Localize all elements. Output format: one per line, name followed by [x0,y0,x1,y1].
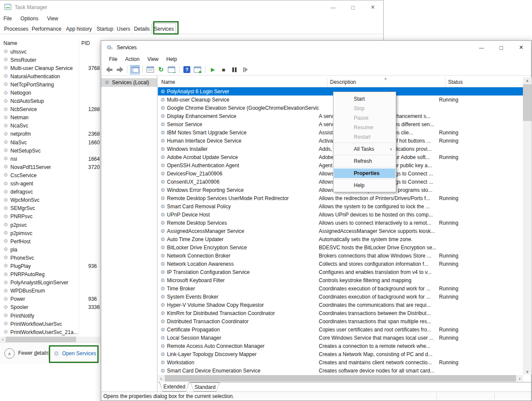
service-row[interactable]: Network Connection BrokerBrokers connect… [158,251,523,260]
service-status: Running [436,327,458,333]
scrollbar-thumb[interactable] [165,375,516,382]
tab-app-history[interactable]: App history [63,23,95,34]
scrollbar-thumb[interactable] [523,84,532,121]
tree-item-label: Services (Local) [112,80,149,86]
service-status: Running [436,294,458,300]
maximize-icon[interactable] [491,41,511,54]
show-console-tree-button[interactable] [130,65,140,74]
menu-item-start[interactable]: Start [333,94,396,104]
restart-service-button[interactable] [240,65,250,74]
service-row[interactable]: Smart Card Removal PolicyAllows the syst… [158,202,523,210]
fewer-details-chevron-button[interactable] [4,348,15,359]
service-row[interactable]: Hyper-V Volume Shadow Copy RequestorCoor… [158,301,523,309]
service-description: Coordinates execution of background work… [319,294,436,300]
column-header-status[interactable]: Status [448,79,463,85]
tab-processes[interactable]: Processes [3,23,30,34]
service-name: Display Enhancement Service [167,113,319,119]
service-name: CscService [10,172,78,178]
service-row[interactable]: AssignedAccessManager ServiceAssignedAcc… [158,227,523,235]
menu-help[interactable]: Help [163,54,181,64]
refresh-button[interactable] [156,65,166,74]
tab-details[interactable]: Details [132,23,152,34]
minimize-icon[interactable] [323,0,343,14]
service-description: Collects and stores configuration inform… [319,261,436,267]
service-row[interactable]: Time BrokerCoordinates execution of back… [158,284,523,293]
service-name: p2psvc [10,222,78,228]
service-row[interactable]: BitLocker Drive Encryption ServiceBDESVC… [158,243,523,251]
pause-service-button[interactable] [230,65,239,74]
refresh-icon [158,66,164,73]
menu-options[interactable]: Options [16,14,42,23]
task-manager-titlebar[interactable]: Task Manager [0,0,383,14]
back-button[interactable] [104,65,114,74]
scroll-right-icon[interactable] [516,375,523,382]
column-header-description[interactable]: Description [330,79,356,85]
tree-item-services-local[interactable]: Services (Local) [101,78,157,87]
scroll-left-icon[interactable] [0,337,6,342]
service-row[interactable]: UPnP Device HostAllows UPnP devices to b… [158,210,523,219]
scroll-left-icon[interactable] [158,375,164,382]
toolbar-divider [179,66,179,73]
service-row[interactable]: Smart Card Device Enumeration ServiceCre… [158,366,523,375]
show-action-pane-button[interactable] [193,65,202,74]
start-service-button[interactable] [208,65,218,74]
service-row[interactable]: KtmRm for Distributed Transaction Coordi… [158,309,523,317]
properties-button[interactable] [145,65,155,74]
services-vertical-scrollbar[interactable] [523,77,532,375]
close-icon[interactable] [511,41,531,54]
service-row[interactable]: Link-Layer Topology Discovery MapperCrea… [158,350,523,358]
service-row[interactable]: Remote Desktop Services UserMode Port Re… [158,194,523,202]
menu-item-refresh[interactable]: Refresh [333,156,396,166]
menu-item-stop[interactable]: Stop [333,104,396,113]
gear-icon [160,368,167,374]
service-row[interactable]: WorkstationCreates and maintains client … [158,358,523,366]
menu-item-restart[interactable]: Restart [333,132,396,142]
services-titlebar[interactable]: Services [101,41,531,54]
service-status: Running [436,97,458,103]
status-bar-divider [436,393,437,400]
menu-view[interactable]: View [43,14,63,23]
service-row[interactable]: Local Session ManagerCore Windows Servic… [158,334,523,342]
service-name: Remote Desktop Services [167,220,319,226]
menu-file[interactable]: File [3,14,16,23]
menu-item-properties[interactable]: Properties [334,169,395,178]
tab-startup[interactable]: Startup [95,23,115,34]
menu-item-help[interactable]: Help [333,181,396,190]
forward-button[interactable] [115,65,125,74]
fewer-details-button[interactable]: Fewer details [18,350,49,356]
menu-view[interactable]: View [144,54,163,64]
help-button[interactable] [182,65,192,74]
menu-item-all-tasks[interactable]: All Tasks [333,144,396,154]
scroll-down-icon[interactable] [523,368,532,375]
close-icon[interactable] [363,0,383,14]
services-horizontal-scrollbar[interactable] [158,375,523,382]
export-list-button[interactable] [167,65,176,74]
service-row[interactable]: System Events BrokerCoordinates executio… [158,293,523,301]
menu-separator [334,167,395,167]
column-header-pid[interactable]: PID [81,40,90,46]
menu-action[interactable]: Action [121,54,143,64]
stop-service-button[interactable] [219,65,228,74]
maximize-icon[interactable] [343,0,363,14]
service-row[interactable]: Network Location AwarenessCollects and s… [158,260,523,268]
column-header-name[interactable]: Name [3,40,17,46]
service-row[interactable]: Remote Access Auto Connection ManagerCre… [158,342,523,350]
service-row[interactable]: Auto Time Zone UpdaterAutomatically sets… [158,235,523,243]
scrollbar-thumb[interactable] [6,337,76,342]
menu-file[interactable]: File [105,54,121,64]
service-description: Coordinates transactions that span multi… [319,318,436,325]
menu-item-pause[interactable]: Pause [333,113,396,123]
service-row[interactable]: Remote Desktop ServicesAllows users to c… [158,219,523,227]
tab-standard[interactable]: Standard [190,382,220,391]
scroll-up-icon[interactable] [523,77,532,84]
minimize-icon[interactable] [471,41,491,54]
service-row[interactable]: Microsoft Keyboard FilterControls keystr… [158,276,523,284]
tab-extended[interactable]: Extended [159,382,189,391]
service-row[interactable]: IP Translation Configuration ServiceConf… [158,268,523,276]
menu-item-resume[interactable]: Resume [333,123,396,132]
tab-performance[interactable]: Performance [30,23,63,34]
service-row[interactable]: Distributed Transaction CoordinatorCoord… [158,317,523,325]
column-header-name[interactable]: Name [161,79,175,85]
service-row[interactable]: Certificate PropagationCopies user certi… [158,325,523,334]
tab-users[interactable]: Users [115,23,132,34]
